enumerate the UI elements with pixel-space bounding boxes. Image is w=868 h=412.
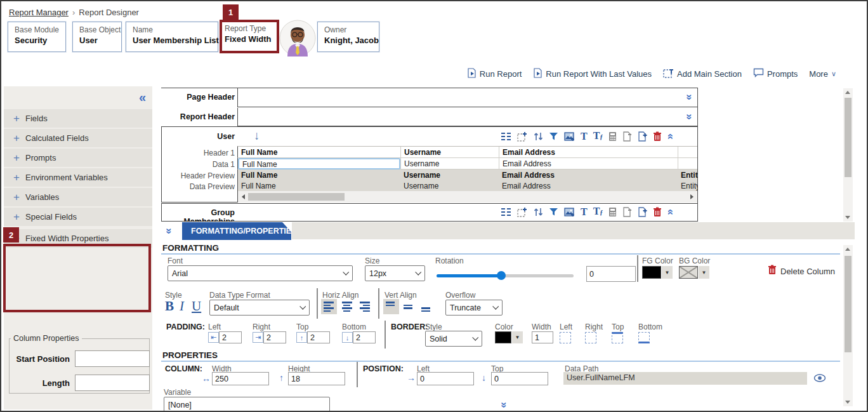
padding-top-input[interactable] [307,331,330,343]
column-width-input[interactable] [212,372,269,385]
calculator-icon[interactable] [608,207,617,217]
padding-bottom-input[interactable] [353,331,376,343]
valign-top-button[interactable] [383,299,399,314]
column-list-icon[interactable] [501,131,511,142]
add-section-icon[interactable] [517,207,528,217]
data1-cell-email[interactable]: Email Address [499,158,678,169]
column-height-input[interactable] [288,372,345,385]
designer-vscroll-thumb[interactable] [845,98,852,177]
expand-band-icon[interactable]: « [681,114,694,119]
underline-button[interactable]: U [192,298,201,314]
size-select[interactable]: 12px [365,265,425,281]
data-type-format-select[interactable]: Default [209,300,310,316]
align-left-button[interactable] [321,299,337,314]
sidebar-item-variables[interactable]: +Variables [4,188,152,206]
sidebar-item-special-fields[interactable]: +Special Fields [4,208,152,226]
filter-icon[interactable] [549,132,558,142]
overflow-select[interactable]: Truncate [445,300,503,316]
report-header-band[interactable]: « [237,108,697,126]
border-bottom-toggle[interactable] [638,332,650,343]
text-column-icon[interactable]: T [581,131,588,142]
data1-cell-fullname-selected[interactable]: Full Name [238,158,400,169]
remove-page-icon[interactable] [622,131,632,142]
bg-color-dropdown[interactable]: ▼ [699,266,709,279]
data1-cell-username[interactable]: Username [400,158,499,169]
calculator-icon[interactable] [608,131,617,142]
scroll-left-arrow[interactable] [239,192,248,202]
collapse-band-icon[interactable]: « [664,209,677,215]
collapse-band-icon[interactable]: « [664,133,677,139]
border-top-toggle[interactable] [612,332,623,343]
horizontal-scroll-thumb[interactable] [248,193,345,201]
insert-column-arrow-icon[interactable]: ↓ [254,129,260,143]
rotation-value-input[interactable] [586,266,636,282]
header1-cell-email[interactable]: Email Address [499,147,678,157]
more-button[interactable]: More ∨ [809,69,836,79]
scroll-right-arrow[interactable] [687,192,696,202]
header1-cell-username[interactable]: Username [400,147,499,157]
header1-cell-empty[interactable] [678,147,698,157]
padding-right-input[interactable] [263,331,286,343]
tab-formatting-properties[interactable]: FORMATTING/PROPERTIES [182,222,291,240]
run-report-button[interactable]: Run Report [467,68,522,80]
run-report-last-values-button[interactable]: Run Report With Last Values [533,68,652,80]
panel-vertical-scrollbar[interactable] [843,245,853,406]
add-main-section-button[interactable]: Add Main Section [663,68,742,80]
rotation-slider-thumb[interactable] [497,271,506,280]
sidebar-item-prompts[interactable]: +Prompts [4,149,152,167]
text-format-icon[interactable]: Tƒ [593,206,603,218]
add-section-icon[interactable] [517,131,528,142]
add-page-icon[interactable] [638,207,647,217]
sidebar-item-fields[interactable]: +Fields [4,109,152,128]
remove-page-icon[interactable] [622,207,632,217]
header1-cell-fullname[interactable]: Full Name [238,147,400,157]
image-icon[interactable] [564,132,575,142]
data1-cell-empty[interactable] [678,158,698,169]
designer-horizontal-scrollbar[interactable] [237,191,697,203]
bg-color-swatch[interactable] [679,266,698,279]
delete-column-button[interactable]: Delete Column [768,265,835,277]
align-right-button[interactable] [357,299,372,314]
breadcrumb-report-manager-link[interactable]: Report Manager [9,8,69,17]
sidebar-item-environment-variables[interactable]: +Environment Variables [4,168,152,187]
align-center-button[interactable] [339,299,355,314]
position-left-input[interactable] [417,372,474,385]
expand-band-icon[interactable]: « [681,94,694,100]
prompts-button[interactable]: Prompts [753,68,798,79]
sort-icon[interactable] [534,207,543,217]
bold-button[interactable]: B [165,298,174,314]
collapse-sidebar-icon[interactable]: « [139,90,146,105]
padding-left-input[interactable] [219,331,242,343]
position-top-input[interactable] [491,372,548,385]
column-list-icon[interactable] [501,207,511,217]
text-format-icon[interactable]: Tƒ [593,131,603,142]
delete-section-trash-icon[interactable] [653,207,662,217]
valign-middle-button[interactable] [401,299,417,314]
border-left-toggle[interactable] [560,332,571,343]
font-select[interactable]: Arial [168,265,353,281]
image-icon[interactable] [564,208,575,217]
page-header-band[interactable]: « [237,88,697,107]
border-style-select[interactable]: Solid [425,331,482,347]
panel-vscroll-thumb[interactable] [845,256,852,352]
sidebar-item-calculated-fields[interactable]: +Calculated Fields [4,129,152,147]
collapse-panel-icon[interactable]: « [165,225,171,237]
add-page-icon[interactable] [638,131,647,142]
border-color-swatch[interactable] [495,331,511,343]
preview-eye-icon[interactable] [813,373,826,385]
delete-section-trash-icon[interactable] [653,131,662,142]
border-right-toggle[interactable] [585,332,596,343]
designer-vertical-scrollbar[interactable] [843,88,853,222]
length-input[interactable] [75,375,150,391]
start-position-input[interactable] [75,350,150,367]
fg-color-dropdown[interactable]: ▼ [662,266,673,279]
sort-icon[interactable] [534,131,543,142]
collapse-section-icon[interactable]: « [500,399,506,411]
valign-bottom-button[interactable] [419,299,435,314]
border-color-dropdown[interactable]: ▼ [512,331,523,343]
fg-color-swatch[interactable] [642,266,661,279]
border-width-input[interactable] [532,331,553,343]
text-column-icon[interactable]: T [581,207,588,217]
rotation-slider[interactable] [437,271,574,280]
filter-icon[interactable] [549,208,558,217]
